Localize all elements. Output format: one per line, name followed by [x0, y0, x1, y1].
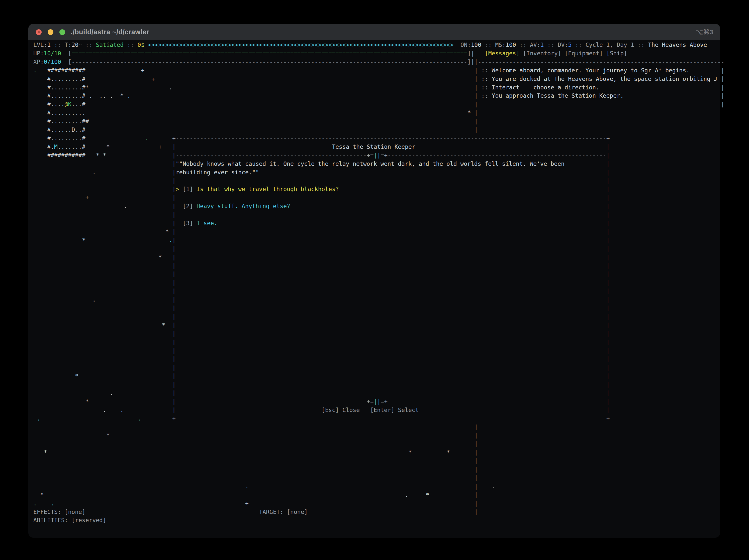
glyph-run: |	[172, 338, 176, 346]
glyph-run: |	[172, 295, 176, 304]
glyph-run: |	[474, 83, 478, 92]
glyph-run: .	[124, 202, 127, 210]
glyph-run: |	[606, 177, 610, 185]
terminal-line: .|[2]Heavy stuff. Anything else?|	[33, 202, 721, 210]
glyph-run: .	[92, 295, 96, 304]
terminal-line: ||	[33, 304, 721, 313]
terminal-line: ||	[33, 245, 721, 253]
glyph-run: |	[474, 483, 478, 491]
glyph-run: ----------------------------------------…	[387, 151, 606, 160]
tab-shortcut-badge: ⌥⌘3	[696, 24, 720, 40]
glyph-run: ----------------------------------------…	[387, 398, 606, 406]
dialog-body-line: ""Nobody knows what caused it. One cycle…	[176, 160, 564, 168]
terminal-line: ||	[33, 177, 721, 185]
glyph-run: |	[172, 380, 176, 389]
glyph-run: #	[47, 126, 51, 134]
glyph-run: ----------------------------------------…	[176, 415, 606, 423]
glyph-run: |	[474, 431, 478, 440]
dialog-footer-hints[interactable]: [Esc] Close [Enter] Select	[322, 406, 419, 415]
dialog-option-3[interactable]: I see.	[196, 219, 217, 228]
glyph-run: .	[169, 236, 172, 245]
glyph-run: |	[172, 278, 176, 287]
glyph-run: ::	[638, 41, 645, 49]
terminal-line: ABILITIES: [reserved]	[33, 516, 721, 525]
glyph-run: |	[474, 474, 478, 483]
dialog-title: Tessa the Station Keeper	[332, 143, 415, 151]
message-line: Interact -- choose a direction.	[492, 83, 599, 92]
glyph-run: 10/10	[44, 49, 61, 58]
terminal-line: #.........#*.|::Interact -- choose a dir…	[33, 83, 721, 92]
terminal-line: *||	[33, 372, 721, 380]
terminal-line: +||	[33, 194, 721, 202]
terminal-line: ||	[33, 355, 721, 363]
glyph-run: |	[606, 389, 610, 398]
glyph-run: +	[606, 134, 610, 143]
glyph-run: |	[606, 346, 610, 355]
glyph-run: .	[33, 499, 37, 508]
glyph-run: .	[110, 92, 113, 100]
glyph-run: #	[82, 100, 85, 109]
terminal-line: *|--------------------------------------…	[33, 398, 721, 406]
glyph-run: |	[606, 330, 610, 338]
glyph-run: [1]	[183, 185, 193, 194]
terminal-line: |	[33, 440, 721, 448]
glyph-run: ###########	[47, 66, 85, 75]
terminal-screen[interactable]: LVL:1::T:20~::Satiated::0$<><><><><><><>…	[33, 41, 721, 537]
terminal-line: ||	[33, 338, 721, 346]
title-bar[interactable]: ./build/astra ~/d/crawler ⌥⌘3	[28, 24, 720, 40]
player-at: @	[65, 100, 68, 109]
glyph-run: #	[47, 109, 51, 117]
glyph-run: |	[172, 194, 176, 202]
glyph-run: ..	[75, 126, 82, 134]
glyph-run: |	[172, 168, 176, 177]
effects-status: EFFECTS: [none]	[33, 508, 85, 516]
tab-equipment[interactable]: [Equipment]	[565, 49, 603, 58]
glyph-run: =+	[381, 151, 387, 160]
glyph-run: T:	[65, 41, 72, 49]
glyph-run: ::	[520, 41, 527, 49]
glyph-run: .........	[51, 75, 82, 83]
glyph-run: +	[172, 134, 176, 143]
glyph-run: *	[165, 228, 169, 236]
terminal-line: XP:0/100[-------------------------------…	[33, 58, 721, 66]
zoom-button[interactable]	[59, 29, 65, 35]
terminal-line: ||	[33, 380, 721, 389]
glyph-run: ::	[575, 41, 582, 49]
tab-inventory[interactable]: [Inventory]	[523, 49, 561, 58]
terminal-line: ..+|	[33, 499, 721, 508]
glyph-run: |	[606, 185, 610, 194]
glyph-run: *	[426, 491, 429, 499]
glyph-run: |	[474, 109, 478, 117]
glyph-run: |	[172, 219, 176, 228]
glyph-run: .	[492, 483, 495, 491]
window-title: ./build/astra ~/d/crawler	[71, 24, 149, 40]
glyph-run: |	[606, 236, 610, 245]
glyph-run: +=	[367, 151, 374, 160]
glyph-run: ::	[481, 66, 488, 75]
glyph-run: .	[103, 406, 106, 415]
dialog-option-2[interactable]: Heavy stuff. Anything else?	[196, 202, 290, 210]
terminal-line: *.||	[33, 236, 721, 245]
tab-messages[interactable]: [Messages]	[485, 49, 519, 58]
glyph-run: |	[606, 406, 610, 415]
glyph-run: ::	[127, 41, 134, 49]
glyph-run: .........	[51, 92, 82, 100]
close-button[interactable]	[36, 29, 42, 35]
glyph-run: |	[172, 151, 176, 160]
dialog-option-1[interactable]: Is that why we travel through blackholes…	[196, 185, 339, 194]
glyph-run: |	[606, 321, 610, 330]
glyph-run: |	[172, 177, 176, 185]
glyph-run: *	[40, 491, 44, 499]
glyph-run: |	[606, 151, 610, 160]
terminal-line: ..+-------------------------------------…	[33, 415, 721, 423]
glyph-run: |	[721, 66, 724, 75]
glyph-run: .	[89, 92, 92, 100]
glyph-run: *	[106, 143, 110, 151]
minimize-button[interactable]	[48, 29, 53, 35]
glyph-run: |	[172, 210, 176, 219]
glyph-run: |	[172, 330, 176, 338]
glyph-run: [	[68, 49, 72, 58]
tab-ship[interactable]: [Ship]	[606, 49, 627, 58]
terminal-line: |""Nobody knows what caused it. One cycl…	[33, 160, 721, 168]
glyph-run: 20~	[71, 41, 82, 49]
